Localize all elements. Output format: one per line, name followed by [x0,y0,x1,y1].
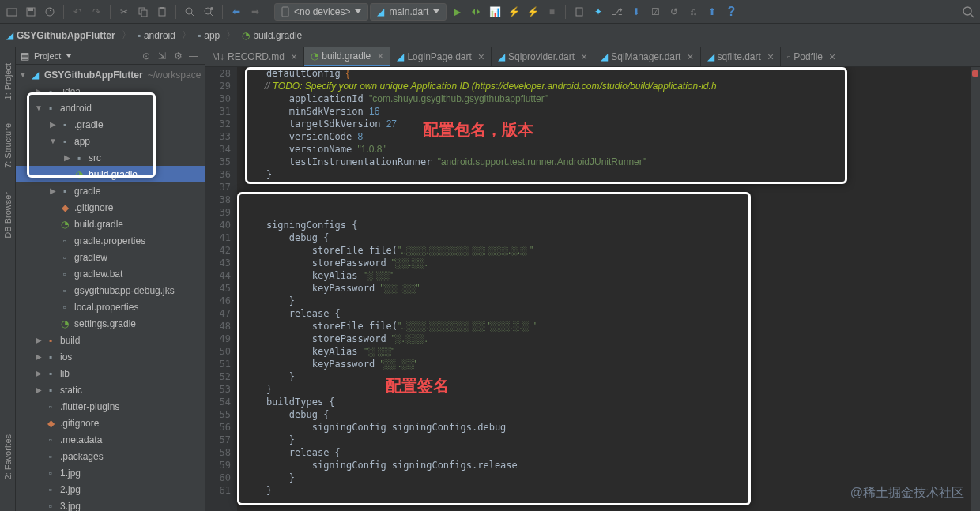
error-stripe[interactable] [971,67,980,511]
breadcrumb-item[interactable]: ▪ app [198,30,220,41]
undo-icon[interactable]: ↶ [69,3,86,21]
device-selector[interactable]: <no devices> [274,3,368,21]
svg-rect-13 [282,7,288,17]
svg-rect-0 [7,9,17,16]
breadcrumb: ◢ GSYGithubAppFlutter 〉 ▪ android 〉 ▪ ap… [0,24,980,47]
editor-tab[interactable]: ◢sqflite.dart× [701,47,782,66]
close-icon[interactable]: × [687,51,693,63]
tree-item[interactable]: ▫gradle.properties [16,232,205,249]
push-icon[interactable]: ⬆ [703,3,721,21]
flutter-inspector-icon[interactable]: ✦ [590,3,607,21]
tree-item[interactable]: ▼▪app [16,133,205,149]
svg-point-3 [46,8,54,16]
target-icon[interactable]: ⊙ [140,50,153,62]
tree-item[interactable]: ▫.metadata [16,431,205,448]
sidebar-header: ▤ Project ⊙ ⇲ ⚙ — [16,47,205,65]
editor-tab[interactable]: ◔build.gradle× [304,47,390,66]
project-tree[interactable]: ▼ ◢ GSYGithubAppFlutter ~/workspace ▶▪.i… [16,65,205,511]
tree-item[interactable]: ▶▪.idea [16,83,205,100]
tree-item[interactable]: ▫gradlew.bat [16,265,205,282]
svg-point-15 [963,7,971,15]
update-icon[interactable]: ⬇ [628,3,645,21]
tree-item[interactable]: ▶▪.gradle [16,116,205,133]
editor-tabs: M↓RECORD.md×◔build.gradle×◢LoginPage.dar… [205,47,980,67]
hot-restart-icon[interactable]: ⚡ [524,3,541,21]
replace-icon[interactable] [200,3,217,21]
stop-icon[interactable]: ■ [543,3,560,21]
db-browser-tool-tab[interactable]: DB Browser [3,192,13,239]
open-icon[interactable] [3,3,21,21]
tree-item[interactable]: ▶▪ios [16,348,205,365]
structure-tool-tab[interactable]: 7: Structure [3,123,13,168]
tree-item[interactable]: ▫3.jpg [16,498,205,511]
tree-item[interactable]: ▫gradlew [16,249,205,265]
editor-tab[interactable]: M↓RECORD.md× [205,47,304,66]
history-icon[interactable]: ↺ [665,3,683,21]
help-icon[interactable]: ? [722,3,740,21]
profile-icon[interactable]: 📊 [486,3,503,21]
breadcrumb-item[interactable]: ◔ build.gradle [242,30,302,41]
copy-icon[interactable] [134,3,152,21]
flutter-icon: ◢ [6,30,13,41]
close-icon[interactable]: × [829,51,835,63]
hide-icon[interactable]: — [187,50,200,62]
close-icon[interactable]: × [478,51,484,63]
close-icon[interactable]: × [581,51,587,63]
tree-item[interactable]: ▶▪static [16,381,205,398]
tree-item[interactable]: ▫1.jpg [16,464,205,481]
redo-icon[interactable]: ↷ [88,3,105,21]
tree-item[interactable]: ▼▪android [16,100,205,116]
editor-tab[interactable]: ◢SqlManager.dart× [594,47,700,66]
chevron-down-icon[interactable] [66,54,72,58]
tree-item[interactable]: ▶▪lib [16,365,205,381]
commit-icon[interactable]: ☑ [646,3,664,21]
run-icon[interactable]: ▶ [448,3,466,21]
editor-tab[interactable]: ◢LoginPage.dart× [390,47,492,66]
tree-root[interactable]: ▼ ◢ GSYGithubAppFlutter ~/workspace [16,66,205,83]
svg-rect-14 [576,8,582,16]
settings-icon[interactable]: ⚙ [172,50,184,62]
tree-item[interactable]: ▫2.jpg [16,481,205,498]
favorites-tool-tab[interactable]: 2: Favorites [3,434,13,479]
chevron-down-icon [433,9,439,13]
gradle-icon: ◔ [242,30,250,41]
tree-item[interactable]: ▶▪gradle [16,182,205,199]
tree-item[interactable]: ▫gsygithubapp-debug.jks [16,282,205,299]
attach-icon[interactable] [571,3,588,21]
breadcrumb-item[interactable]: ▪ android [138,30,175,41]
collapse-icon[interactable]: ⇲ [156,50,168,62]
paste-icon[interactable] [153,3,171,21]
tree-item[interactable]: ◔build.gradle [16,216,205,232]
tree-item[interactable]: ▫local.properties [16,299,205,315]
tree-item[interactable]: ◆.gitignore [16,199,205,216]
code-editor[interactable]: defaultConfig { // TODO: Specify your ow… [237,67,971,511]
breadcrumb-root[interactable]: ◢ GSYGithubAppFlutter [6,30,115,41]
sync-icon[interactable] [41,3,58,21]
run-target-selector[interactable]: ◢ main.dart [370,3,447,21]
editor-tab[interactable]: ▫Podfile× [781,47,842,66]
save-icon[interactable] [22,3,40,21]
forward-icon[interactable]: ➡ [247,3,264,21]
tree-item[interactable]: ◔settings.gradle [16,315,205,332]
cut-icon[interactable]: ✂ [115,3,133,21]
close-icon[interactable]: × [767,51,774,63]
revert-icon[interactable]: ⎌ [684,3,702,21]
find-icon[interactable] [181,3,198,21]
vcs-icon[interactable]: ⎇ [609,3,626,21]
svg-rect-5 [141,10,147,17]
tree-item[interactable]: ▶▪build [16,332,205,348]
tree-item[interactable]: ▶▪src [16,149,205,166]
search-everywhere-icon[interactable] [959,3,977,21]
tree-item[interactable]: ▫.packages [16,448,205,464]
tree-item[interactable]: ▫.flutter-plugins [16,398,205,415]
close-icon[interactable]: × [377,50,383,62]
error-marker[interactable] [972,70,978,77]
close-icon[interactable]: × [291,51,297,63]
tree-item[interactable]: ◔build.gradle [16,166,205,182]
back-icon[interactable]: ⬅ [228,3,245,21]
project-tool-tab[interactable]: 1: Project [3,63,13,100]
editor-tab[interactable]: ◢Sqlprovider.dart× [492,47,594,66]
debug-icon[interactable] [467,3,484,21]
tree-item[interactable]: ◆.gitignore [16,415,205,431]
hot-reload-icon[interactable]: ⚡ [505,3,522,21]
